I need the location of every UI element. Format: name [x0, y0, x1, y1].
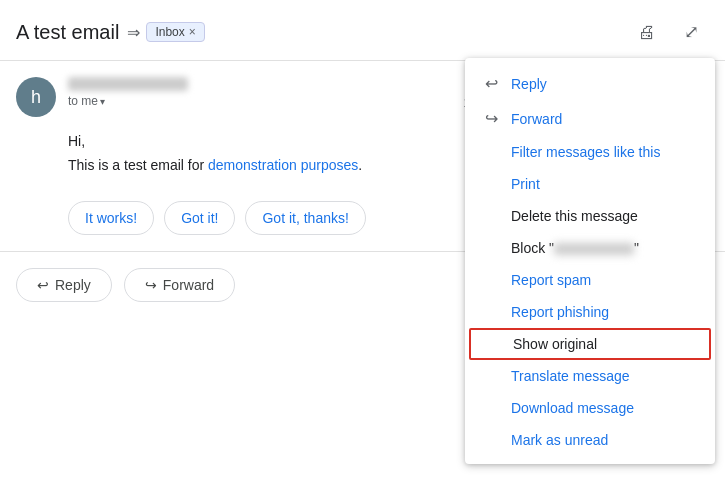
email-body-link[interactable]: demonstration purposes — [208, 157, 358, 173]
menu-label-3: Print — [511, 176, 540, 192]
menu-item-11[interactable]: Mark as unread — [465, 424, 715, 456]
print-icon: 🖨 — [638, 22, 656, 43]
email-header: A test email ⇒ Inbox × 🖨 ⤢ — [0, 0, 725, 61]
menu-icon-0: ↩ — [481, 74, 501, 93]
forward-button[interactable]: ↪ Forward — [124, 268, 235, 302]
print-button[interactable]: 🖨 — [629, 14, 665, 50]
menu-label-11: Mark as unread — [511, 432, 608, 448]
inbox-badge: Inbox × — [146, 22, 204, 42]
menu-label-9: Translate message — [511, 368, 630, 384]
open-new-window-button[interactable]: ⤢ — [673, 14, 709, 50]
reply-btn-icon: ↩ — [37, 277, 49, 293]
menu-item-4[interactable]: Delete this message — [465, 200, 715, 232]
reply-btn-label: Reply — [55, 277, 91, 293]
menu-item-8[interactable]: Show original — [469, 328, 711, 360]
email-body-text: This is a test email for — [68, 157, 208, 173]
smart-reply-2[interactable]: Got it! — [164, 201, 235, 235]
sender-name-blurred — [68, 77, 188, 91]
menu-icon-1: ↪ — [481, 109, 501, 128]
sender-info: to me ▾ — [68, 77, 188, 108]
reply-button[interactable]: ↩ Reply — [16, 268, 112, 302]
forward-btn-icon: ↪ — [145, 277, 157, 293]
sender-name-row — [68, 77, 188, 91]
menu-item-10[interactable]: Download message — [465, 392, 715, 424]
menu-label-7: Report phishing — [511, 304, 609, 320]
menu-label-4: Delete this message — [511, 208, 638, 224]
menu-item-5[interactable]: Block "" — [465, 232, 715, 264]
inbox-label: Inbox — [155, 25, 184, 39]
menu-label-6: Report spam — [511, 272, 591, 288]
forward-icon: ⇒ — [127, 23, 140, 42]
menu-item-2[interactable]: Filter messages like this — [465, 136, 715, 168]
menu-label-0: Reply — [511, 76, 547, 92]
smart-reply-3[interactable]: Got it, thanks! — [245, 201, 365, 235]
forward-btn-label: Forward — [163, 277, 214, 293]
avatar: h — [16, 77, 56, 117]
header-actions: 🖨 ⤢ — [629, 14, 709, 50]
email-body-end: . — [358, 157, 362, 173]
menu-label-8: Show original — [513, 336, 597, 352]
email-subject: A test email — [16, 21, 119, 44]
menu-item-3[interactable]: Print — [465, 168, 715, 200]
menu-label-2: Filter messages like this — [511, 144, 660, 160]
to-me-dropdown[interactable]: to me ▾ — [68, 94, 188, 108]
open-icon: ⤢ — [684, 21, 699, 43]
context-menu: ↩Reply↪ForwardFilter messages like thisP… — [465, 58, 715, 464]
sender-row: h to me ▾ — [16, 77, 188, 117]
dropdown-arrow-icon: ▾ — [100, 96, 105, 107]
menu-item-1[interactable]: ↪Forward — [465, 101, 715, 136]
menu-item-7[interactable]: Report phishing — [465, 296, 715, 328]
inbox-close-icon[interactable]: × — [189, 25, 196, 39]
to-me-label: to me — [68, 94, 98, 108]
menu-item-9[interactable]: Translate message — [465, 360, 715, 392]
menu-label-1: Forward — [511, 111, 562, 127]
menu-item-6[interactable]: Report spam — [465, 264, 715, 296]
menu-label-10: Download message — [511, 400, 634, 416]
smart-reply-1[interactable]: It works! — [68, 201, 154, 235]
menu-label-5: Block "" — [511, 240, 639, 256]
menu-item-0[interactable]: ↩Reply — [465, 66, 715, 101]
